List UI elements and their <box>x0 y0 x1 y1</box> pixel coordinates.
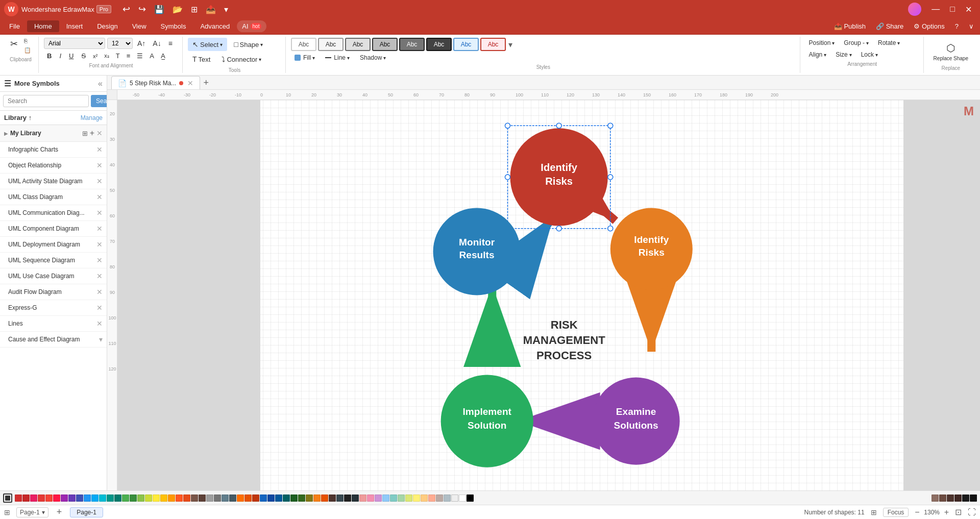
sidebar-item-audit-flow[interactable]: Audit Flow Diagram ✕ <box>0 284 107 300</box>
color-swatch-dark3[interactable] <box>947 495 954 502</box>
position-button[interactable]: Position ▾ <box>805 38 839 48</box>
close-uml-sequence-icon[interactable]: ✕ <box>96 256 103 264</box>
color-swatch[interactable] <box>344 495 351 502</box>
color-swatch[interactable] <box>22 495 30 502</box>
color-swatch[interactable] <box>336 495 344 502</box>
color-swatch[interactable] <box>222 495 229 502</box>
color-swatch[interactable] <box>321 495 328 502</box>
redo-button[interactable]: ↪ <box>135 3 149 16</box>
menu-insert[interactable]: Insert <box>59 20 90 32</box>
sidebar-item-object-relationship[interactable]: Object Relationship ✕ <box>0 158 107 174</box>
color-swatch-dark1[interactable] <box>932 495 939 502</box>
color-swatch[interactable] <box>214 495 221 502</box>
style-8[interactable]: Abc <box>480 38 506 51</box>
color-swatch[interactable] <box>114 495 121 502</box>
color-swatch[interactable] <box>68 495 76 502</box>
size-button[interactable]: Size ▾ <box>832 50 855 60</box>
manage-button[interactable]: Manage <box>81 114 103 121</box>
lock-button[interactable]: Lock ▾ <box>857 50 881 60</box>
color-swatch[interactable] <box>306 495 313 502</box>
italic-button[interactable]: I <box>56 51 64 61</box>
line-button[interactable]: Line ▾ <box>322 53 353 63</box>
color-swatch[interactable] <box>467 495 474 502</box>
minimize-button[interactable]: — <box>927 3 944 16</box>
color-swatch[interactable] <box>168 495 175 502</box>
color-swatch[interactable] <box>130 495 137 502</box>
sidebar-item-uml-communication[interactable]: UML Communication Diag... ✕ <box>0 205 107 221</box>
search-input[interactable] <box>3 95 89 107</box>
user-avatar[interactable] <box>908 3 921 16</box>
open-button[interactable]: 📂 <box>169 3 186 16</box>
close-lines-icon[interactable]: ✕ <box>96 319 103 328</box>
menu-file[interactable]: File <box>2 20 27 32</box>
close-object-relationship-icon[interactable]: ✕ <box>96 161 103 169</box>
import-icon[interactable]: ⊞ <box>82 130 88 137</box>
tab-close-button[interactable]: ✕ <box>187 79 193 87</box>
close-uml-activity-icon[interactable]: ✕ <box>96 177 103 185</box>
color-swatch[interactable] <box>84 495 91 502</box>
color-swatch[interactable] <box>206 495 213 502</box>
color-swatch[interactable] <box>30 495 37 502</box>
color-swatch-dark5[interactable] <box>962 495 969 502</box>
fill-button[interactable]: Fill ▾ <box>291 53 318 63</box>
collapse-sidebar-button[interactable]: « <box>98 79 103 88</box>
color-swatch[interactable] <box>237 495 244 502</box>
undo-button[interactable]: ↩ <box>119 3 133 16</box>
color-swatch[interactable] <box>229 495 236 502</box>
group-button[interactable]: Group - ▾ <box>840 38 872 48</box>
style-4[interactable]: Abc <box>372 38 398 51</box>
text-format-button[interactable]: T <box>113 51 122 61</box>
highlight-button[interactable]: A̲ <box>158 51 168 61</box>
color-swatch[interactable] <box>145 495 152 502</box>
color-swatch[interactable] <box>183 495 190 502</box>
menu-ai[interactable]: AI hot <box>237 20 266 32</box>
style-7[interactable]: Abc <box>453 38 479 51</box>
close-express-g-icon[interactable]: ✕ <box>96 304 103 312</box>
sidebar-item-my-library[interactable]: ▶ My Library ⊞ + ✕ <box>0 125 107 142</box>
color-swatch[interactable] <box>15 495 22 502</box>
tab-5step-risk[interactable]: 📄 5 Step Risk Ma... ✕ <box>111 76 200 89</box>
sidebar-item-cause-effect[interactable]: Cause and Effect Diagram ✕ ▾ <box>0 332 107 348</box>
menu-symbols[interactable]: Symbols <box>154 20 193 32</box>
color-swatch[interactable] <box>290 495 298 502</box>
color-swatch[interactable] <box>375 495 382 502</box>
color-swatch[interactable] <box>107 495 114 502</box>
color-swatch[interactable] <box>436 495 443 502</box>
underline-button[interactable]: U <box>66 51 77 61</box>
color-swatch[interactable] <box>53 495 60 502</box>
add-library-icon[interactable]: + <box>90 129 94 138</box>
fit-page-button[interactable]: ⊡ <box>955 507 962 517</box>
more-menu-button[interactable]: ∨ <box>965 21 978 32</box>
zoom-out-button[interactable]: − <box>915 508 919 517</box>
color-swatch[interactable] <box>444 495 451 502</box>
canvas-container[interactable]: 20 30 40 50 60 70 80 90 100 110 120 <box>107 100 980 490</box>
color-swatch[interactable] <box>367 495 374 502</box>
color-swatch[interactable] <box>199 495 206 502</box>
color-swatch[interactable] <box>275 495 282 502</box>
color-swatch[interactable] <box>459 495 466 502</box>
color-swatch[interactable] <box>313 495 321 502</box>
select-button[interactable]: ↖ Select ▾ <box>188 38 227 51</box>
strikethrough-button[interactable]: S <box>78 51 89 61</box>
decrease-font-button[interactable]: A↓ <box>150 38 163 49</box>
color-swatch[interactable] <box>352 495 359 502</box>
more-button[interactable]: ▾ <box>221 3 231 16</box>
color-swatch-dark2[interactable] <box>939 495 946 502</box>
drawing-canvas[interactable]: Identify Risks Identify Risks RISK MANAG… <box>117 100 980 490</box>
shadow-button[interactable]: Shadow ▾ <box>356 53 389 63</box>
align-arrange-button[interactable]: Align ▾ <box>805 50 830 60</box>
color-swatch[interactable] <box>359 495 366 502</box>
menu-view[interactable]: View <box>125 20 154 32</box>
options-button[interactable]: ⚙ Options <box>910 21 948 32</box>
color-swatch[interactable] <box>329 495 336 502</box>
close-uml-deployment-icon[interactable]: ✕ <box>96 240 103 249</box>
sidebar-item-uml-sequence[interactable]: UML Sequence Diagram ✕ <box>0 253 107 268</box>
color-swatch[interactable] <box>283 495 290 502</box>
close-uml-comm-icon[interactable]: ✕ <box>96 209 103 217</box>
color-swatch[interactable] <box>99 495 106 502</box>
list2-button[interactable]: ☰ <box>134 51 145 61</box>
page-dropdown[interactable]: Page-1 ▾ <box>16 507 48 517</box>
page-tab[interactable]: Page-1 <box>70 507 103 517</box>
color-swatch[interactable] <box>160 495 167 502</box>
zoom-in-button[interactable]: + <box>944 508 949 517</box>
